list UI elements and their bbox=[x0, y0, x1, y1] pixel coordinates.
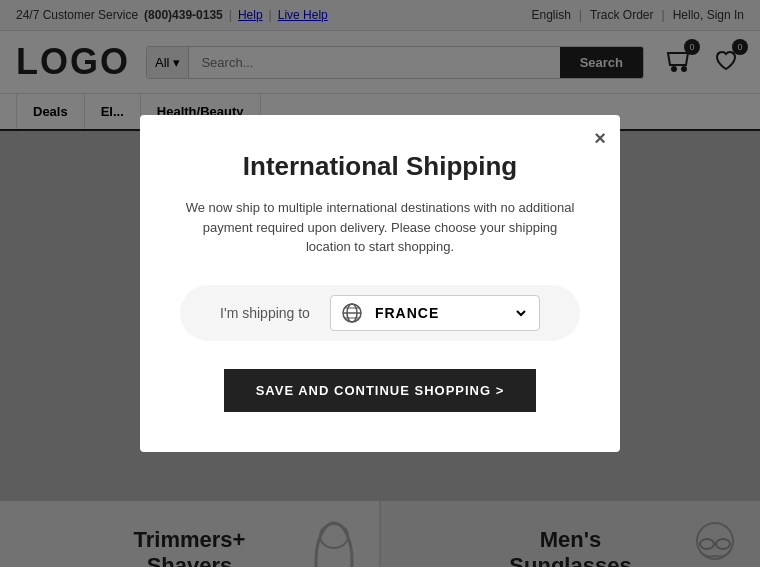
country-dropdown[interactable]: FRANCE GERMANY UNITED KINGDOM CANADA AUS… bbox=[371, 304, 529, 322]
globe-icon bbox=[341, 302, 363, 324]
continue-shopping-button[interactable]: SAVE AND CONTINUE SHOPPING > bbox=[224, 369, 537, 412]
international-shipping-modal: × International Shipping We now ship to … bbox=[140, 115, 620, 452]
modal-close-button[interactable]: × bbox=[594, 127, 606, 150]
modal-overlay: × International Shipping We now ship to … bbox=[0, 0, 760, 567]
shipping-label: I'm shipping to bbox=[220, 305, 310, 321]
modal-title: International Shipping bbox=[180, 151, 580, 182]
shipping-row: I'm shipping to FRANCE GERMANY UNITED KI… bbox=[180, 285, 580, 341]
country-select-wrapper: FRANCE GERMANY UNITED KINGDOM CANADA AUS… bbox=[330, 295, 540, 331]
modal-description: We now ship to multiple international de… bbox=[180, 198, 580, 257]
